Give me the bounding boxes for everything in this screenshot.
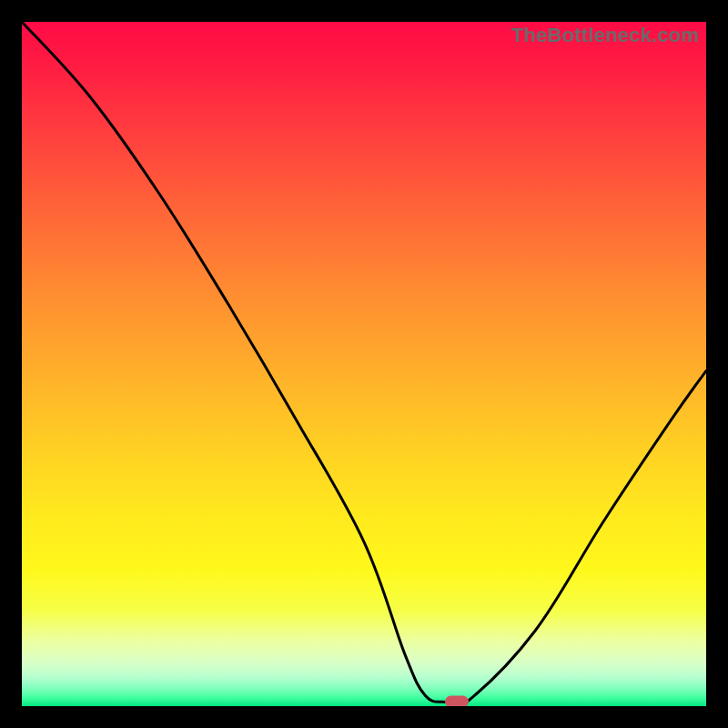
- gradient-plot: [22, 22, 706, 706]
- watermark-text: TheBottleneck.com: [511, 24, 699, 47]
- plot-area: TheBottleneck.com: [22, 22, 706, 706]
- optimal-marker: [445, 696, 469, 706]
- chart-frame: TheBottleneck.com: [0, 0, 728, 728]
- gradient-background: [22, 22, 706, 706]
